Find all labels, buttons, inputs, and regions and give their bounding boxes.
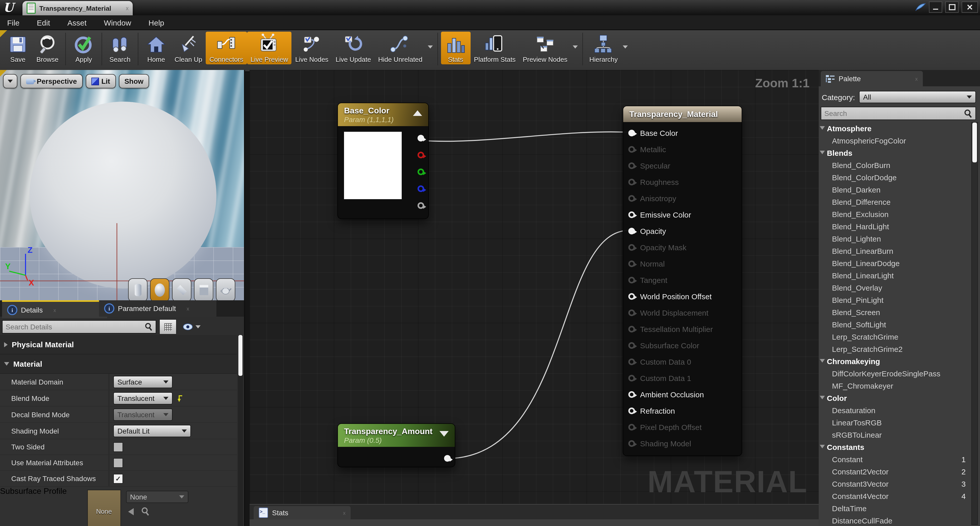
input-pin-icon[interactable] xyxy=(628,424,635,430)
connectors-button[interactable]: Connectors xyxy=(206,32,247,64)
live-update-button[interactable]: Live Update xyxy=(332,32,375,64)
palette-list-item[interactable]: Blend_Overlay xyxy=(819,281,971,294)
view-options-button[interactable] xyxy=(180,320,203,333)
input-pin-icon[interactable] xyxy=(628,293,635,300)
palette-list-item[interactable]: DeltaTime xyxy=(819,502,971,514)
details-search-input[interactable]: Search Details xyxy=(2,320,156,333)
material-input-pin-row[interactable]: Tangent xyxy=(628,272,740,288)
input-pin-icon[interactable] xyxy=(628,277,635,283)
pin-out-red[interactable] xyxy=(417,151,424,158)
shape-teapot-button[interactable] xyxy=(216,278,235,300)
close-button[interactable] xyxy=(962,2,978,13)
palette-list-item[interactable]: Blend_LinearLight xyxy=(819,269,971,281)
viewport-options-dropdown[interactable] xyxy=(3,74,18,88)
input-pin-icon[interactable] xyxy=(628,391,635,398)
material-input-pin-row[interactable]: Metallic xyxy=(628,141,740,157)
scrollbar-thumb[interactable] xyxy=(239,335,242,376)
stats-button[interactable]: Stats xyxy=(441,32,470,64)
stats-tab[interactable]: Stats x xyxy=(254,506,351,520)
material-graph-canvas[interactable]: Zoom 1:1 MATERIAL Base_Color Param (1,1,… xyxy=(250,70,819,526)
palette-list-item[interactable]: Constant2Vector 2 xyxy=(819,465,971,478)
preview-nodes-button[interactable]: Preview Nodes xyxy=(519,32,571,64)
collapse-node-icon[interactable] xyxy=(413,110,422,116)
section-physical-material[interactable]: Physical Material xyxy=(0,335,237,354)
perspective-button[interactable]: Perspective xyxy=(21,74,83,88)
palette-list-item[interactable]: Blend_Exclusion xyxy=(819,208,971,220)
show-button[interactable]: Show xyxy=(119,74,149,88)
platform-stats-button[interactable]: Platform Stats xyxy=(470,32,519,64)
display-filter-button[interactable] xyxy=(159,319,177,335)
material-input-pin-row[interactable]: Opacity Mask xyxy=(628,239,740,255)
palette-list-item[interactable]: AtmosphericFogColor xyxy=(819,134,971,147)
shape-plane-button[interactable] xyxy=(172,278,191,300)
tab-close-icon[interactable]: x xyxy=(915,76,918,81)
input-pin-icon[interactable] xyxy=(628,358,635,365)
material-input-pin-row[interactable]: Normal xyxy=(628,255,740,272)
menu-item[interactable]: Asset xyxy=(67,18,86,27)
maximize-button[interactable] xyxy=(945,2,959,13)
material-input-pin-row[interactable]: Refraction xyxy=(628,402,740,419)
material-input-pin-row[interactable]: Tessellation Multiplier xyxy=(628,321,740,337)
material-input-pin-row[interactable]: World Displacement xyxy=(628,304,740,321)
node-base-color[interactable]: Base_Color Param (1,1,1,1) xyxy=(337,103,429,219)
material-input-pin-row[interactable]: Opacity xyxy=(628,223,740,239)
scrollbar-thumb[interactable] xyxy=(972,123,977,163)
palette-list-item[interactable]: Blend_Screen xyxy=(819,306,971,318)
palette-list-item[interactable]: Constant3Vector 3 xyxy=(819,478,971,490)
input-pin-icon[interactable] xyxy=(628,342,635,349)
use-selected-asset-icon[interactable] xyxy=(128,508,134,515)
palette-list-item[interactable]: Lerp_ScratchGrime xyxy=(819,330,971,343)
palette-list-item[interactable]: Desaturation xyxy=(819,404,971,416)
input-pin-icon[interactable] xyxy=(628,211,635,218)
menu-item[interactable]: Edit xyxy=(37,18,50,27)
material-input-pin-row[interactable]: Emissive Color xyxy=(628,206,740,223)
input-pin-icon[interactable] xyxy=(628,244,635,250)
palette-list-item[interactable]: LinearTosRGB xyxy=(819,416,971,429)
node-base-color-header[interactable]: Base_Color Param (1,1,1,1) xyxy=(338,103,428,126)
hierarchy-dropdown[interactable] xyxy=(621,32,630,62)
hierarchy-button[interactable]: Hierarchy xyxy=(586,32,621,64)
pin-out-blue[interactable] xyxy=(417,185,424,192)
palette-list-item[interactable]: Constant 1 xyxy=(819,453,971,465)
palette-search-input[interactable]: Search xyxy=(821,107,976,120)
preview-viewport[interactable]: Perspective Lit Show Z Y X xyxy=(0,70,245,300)
palette-scrollbar[interactable] xyxy=(971,122,978,525)
material-input-pin-row[interactable]: Custom Data 1 xyxy=(628,370,740,386)
preview-nodes-dropdown[interactable] xyxy=(571,32,579,62)
palette-list-item[interactable]: Blend_Difference xyxy=(819,196,971,208)
palette-list-item[interactable]: Constants xyxy=(819,441,971,453)
material-input-pin-row[interactable]: Subsurface Color xyxy=(628,337,740,353)
details-scrollbar[interactable] xyxy=(238,335,243,526)
palette-list-item[interactable]: Chromakeying xyxy=(819,355,971,367)
palette-list-item[interactable]: DistanceCullFade xyxy=(819,514,971,526)
input-pin-icon[interactable] xyxy=(628,146,635,153)
clean-up-button[interactable]: Clean Up xyxy=(171,32,206,64)
category-dropdown[interactable]: All xyxy=(859,91,976,103)
pin-out-value[interactable] xyxy=(444,455,451,462)
node-transparency-material-header[interactable]: Transparency_Material xyxy=(623,106,741,122)
palette-list-item[interactable]: Blend_ColorDodge xyxy=(819,171,971,183)
material-input-pin-row[interactable]: World Position Offset xyxy=(628,288,740,304)
menu-item[interactable]: File xyxy=(7,18,19,27)
material-input-pin-row[interactable]: Anisotropy xyxy=(628,190,740,206)
palette-list-item[interactable]: Lerp_ScratchGrime2 xyxy=(819,343,971,355)
menu-item[interactable]: Help xyxy=(148,18,164,27)
tab-close-icon[interactable]: x xyxy=(343,510,345,515)
shape-cube-button[interactable] xyxy=(194,278,213,300)
pin-out-alpha[interactable] xyxy=(417,202,424,209)
palette-list-item[interactable]: Blend_LinearBurn xyxy=(819,245,971,257)
material-input-pin-row[interactable]: Roughness xyxy=(628,174,740,190)
input-pin-icon[interactable] xyxy=(628,375,635,381)
material-domain-dropdown[interactable]: Surface xyxy=(113,376,172,388)
minimize-button[interactable] xyxy=(929,2,942,13)
cast-ray-traced-shadows-checkbox[interactable]: ✓ xyxy=(113,473,123,483)
hide-unrelated-button[interactable]: Hide Unrelated xyxy=(375,32,426,64)
shape-cylinder-button[interactable] xyxy=(128,278,148,300)
browse-to-asset-icon[interactable] xyxy=(141,507,149,516)
expand-node-icon[interactable] xyxy=(439,431,449,437)
blend-mode-dropdown[interactable]: Translucent xyxy=(113,392,172,404)
palette-list-item[interactable]: Blend_ColorBurn xyxy=(819,159,971,171)
search-button[interactable]: Search xyxy=(105,32,135,64)
input-pin-icon[interactable] xyxy=(628,228,635,234)
tab-details[interactable]: i Details x xyxy=(2,300,107,318)
